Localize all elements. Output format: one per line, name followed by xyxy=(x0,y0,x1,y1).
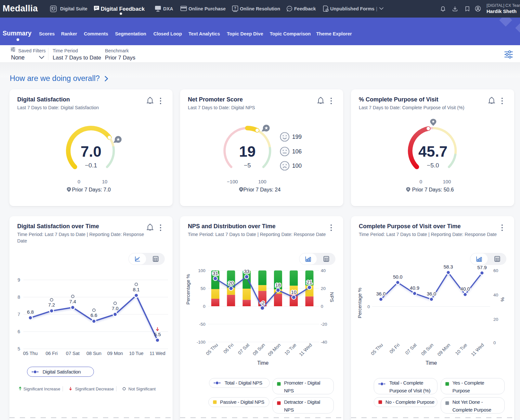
svg-text:Percentage %: Percentage % xyxy=(357,288,362,318)
svg-text:|: | xyxy=(376,6,377,11)
svg-text:Significant Increase: Significant Increase xyxy=(23,387,60,391)
svg-text:8: 8 xyxy=(18,295,20,300)
svg-text:Benchmark: Benchmark xyxy=(105,48,129,53)
svg-text:31: 31 xyxy=(213,270,218,276)
svg-text:7.2: 7.2 xyxy=(48,302,55,308)
svg-text:40: 40 xyxy=(493,293,498,297)
svg-text:21: 21 xyxy=(306,279,312,285)
svg-text:50: 50 xyxy=(201,286,205,291)
svg-text:106: 106 xyxy=(292,148,302,155)
svg-text:6.6: 6.6 xyxy=(91,312,98,318)
svg-text:09 Mon: 09 Mon xyxy=(107,351,123,356)
svg-text:Saved Filters: Saved Filters xyxy=(18,48,46,53)
svg-text:07 Sat: 07 Sat xyxy=(404,342,418,356)
svg-text:-20: -20 xyxy=(321,322,327,327)
svg-text:−0.1: −0.1 xyxy=(85,162,97,169)
svg-text:0: 0 xyxy=(203,304,205,309)
svg-text:10: 10 xyxy=(102,179,108,184)
svg-text:0: 0 xyxy=(78,179,80,184)
svg-text:20: 20 xyxy=(493,317,498,322)
svg-text:57.9: 57.9 xyxy=(477,265,487,270)
svg-text:33: 33 xyxy=(244,269,249,274)
svg-text:36.0: 36.0 xyxy=(427,291,436,296)
svg-text:06 Fri: 06 Fri xyxy=(388,342,401,355)
svg-text:10 Tue: 10 Tue xyxy=(454,342,468,356)
svg-text:Unpublished Forms: Unpublished Forms xyxy=(330,6,374,11)
svg-text:05 Thu: 05 Thu xyxy=(205,342,219,356)
svg-text:0: 0 xyxy=(420,179,422,184)
svg-text:[DIGITAL] CX Team: [DIGITAL] CX Team xyxy=(487,3,520,8)
svg-text:0: 0 xyxy=(367,304,370,309)
svg-text:-2: -2 xyxy=(260,300,265,306)
svg-text:Feedback: Feedback xyxy=(294,6,316,11)
svg-text:100: 100 xyxy=(258,179,266,184)
svg-text:None: None xyxy=(11,54,25,61)
svg-text:%: % xyxy=(500,297,505,301)
svg-text:Online Resolution: Online Resolution xyxy=(240,6,280,11)
svg-text:36.0: 36.0 xyxy=(376,291,385,296)
svg-text:NPS: NPS xyxy=(329,292,335,302)
svg-text:−5.0: −5.0 xyxy=(427,162,439,169)
svg-text:Prior 7 Days: 50.6: Prior 7 Days: 50.6 xyxy=(412,187,454,192)
svg-text:58.3: 58.3 xyxy=(444,264,453,269)
svg-text:07 Sat: 07 Sat xyxy=(237,342,250,356)
svg-text:11 Wed: 11 Wed xyxy=(150,351,165,356)
svg-text:40.0: 40.0 xyxy=(461,286,470,292)
svg-text:8.1: 8.1 xyxy=(133,287,140,292)
svg-text:7: 7 xyxy=(18,312,20,317)
svg-text:5.5: 5.5 xyxy=(154,332,161,337)
svg-text:10 Tue: 10 Tue xyxy=(283,342,297,356)
svg-text:9: 9 xyxy=(18,277,20,282)
svg-text:7.0: 7.0 xyxy=(81,143,101,160)
svg-text:Time: Time xyxy=(426,360,437,366)
svg-text:Time Period: Time Period xyxy=(53,48,78,53)
svg-text:6: 6 xyxy=(18,329,20,334)
svg-text:?: ? xyxy=(234,6,236,10)
svg-text:10: 10 xyxy=(291,289,297,295)
svg-text:7.4: 7.4 xyxy=(69,299,76,304)
svg-text:5: 5 xyxy=(18,346,20,351)
svg-text:11 Wed: 11 Wed xyxy=(298,342,313,357)
svg-text:05 Thu: 05 Thu xyxy=(23,351,38,356)
svg-text:Digital Feedback: Digital Feedback xyxy=(101,6,145,12)
svg-text:Percentage %: Percentage % xyxy=(185,274,191,305)
svg-text:Prior 7 Days: Prior 7 Days xyxy=(105,55,136,61)
svg-text:-40: -40 xyxy=(321,340,327,345)
svg-text:6.8: 6.8 xyxy=(27,309,34,315)
svg-text:50.0: 50.0 xyxy=(393,274,402,280)
svg-text:−5: −5 xyxy=(244,162,251,169)
svg-text:Prior 7 Days: 7.0: Prior 7 Days: 7.0 xyxy=(72,187,110,192)
svg-text:40: 40 xyxy=(321,268,326,273)
svg-text:11 Wed: 11 Wed xyxy=(470,342,485,357)
svg-text:09 Mon: 09 Mon xyxy=(436,342,451,357)
svg-text:0: 0 xyxy=(493,340,496,345)
svg-text:Digital Suite: Digital Suite xyxy=(60,6,87,11)
svg-text:19: 19 xyxy=(239,143,255,160)
svg-text:08 Sun: 08 Sun xyxy=(420,342,435,357)
svg-text:40.9: 40.9 xyxy=(410,285,419,291)
svg-text:20: 20 xyxy=(228,280,234,286)
svg-text:06 Fri: 06 Fri xyxy=(222,342,235,355)
svg-text:Online Purchase: Online Purchase xyxy=(188,6,226,11)
svg-text:−100: −100 xyxy=(227,179,238,184)
svg-text:07 Sat: 07 Sat xyxy=(66,351,80,356)
svg-text:-50: -50 xyxy=(199,322,205,327)
svg-text:DXA: DXA xyxy=(163,6,173,11)
svg-text:100: 100 xyxy=(443,179,451,184)
svg-text:Time: Time xyxy=(257,360,269,366)
svg-text:100: 100 xyxy=(198,268,205,273)
svg-text:09 Mon: 09 Mon xyxy=(267,342,282,357)
svg-text:Prior 7 Days: 24: Prior 7 Days: 24 xyxy=(243,187,281,192)
svg-text:7.0: 7.0 xyxy=(112,306,119,311)
svg-text:Significant Decrease: Significant Decrease xyxy=(75,387,114,391)
svg-text:08 Sun: 08 Sun xyxy=(252,342,266,357)
svg-text:05 Thu: 05 Thu xyxy=(370,342,384,356)
svg-text:-100: -100 xyxy=(197,340,205,345)
svg-text:199: 199 xyxy=(292,134,302,140)
svg-text:08 Sun: 08 Sun xyxy=(86,351,101,356)
svg-text:45.7: 45.7 xyxy=(418,143,448,160)
svg-text:100: 100 xyxy=(292,163,302,169)
svg-text:Not Significant: Not Significant xyxy=(128,387,156,391)
svg-text:20: 20 xyxy=(321,286,326,291)
svg-text:06 Fri: 06 Fri xyxy=(46,351,58,356)
